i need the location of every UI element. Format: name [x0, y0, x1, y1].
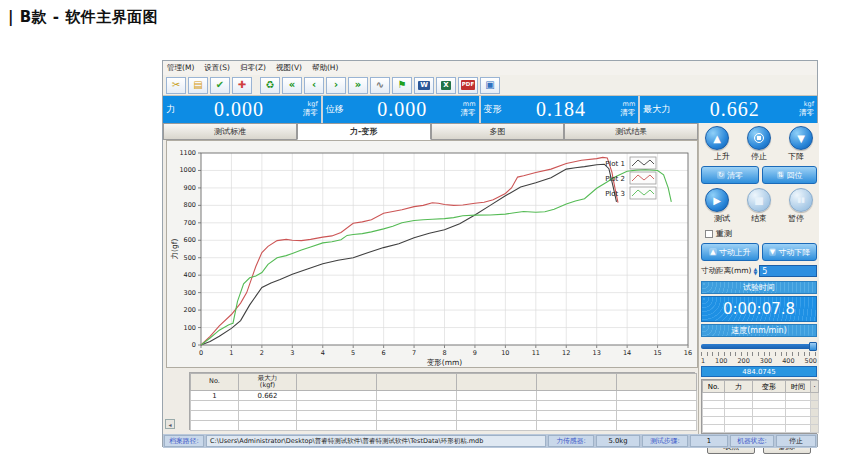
points-scrollbar[interactable]: [811, 401, 819, 409]
points-cell: [703, 417, 725, 425]
sensor-value: 5.0kg: [596, 435, 640, 447]
save-check-icon-button[interactable]: ✔: [210, 77, 230, 94]
speed-scale-tick: 500: [805, 357, 817, 365]
pdf-export-icon: PDF: [461, 80, 475, 90]
clear-zero-button[interactable]: 清零: [461, 109, 476, 118]
test-start-button[interactable]: ▶: [705, 188, 729, 212]
test-pause-button[interactable]: ▮▮: [789, 188, 813, 212]
inch-distance-spinner[interactable]: ▲▼: [753, 267, 757, 275]
inch-up-icon: ▲: [709, 248, 716, 256]
svg-text:900: 900: [184, 184, 196, 192]
curve-icon-button[interactable]: ∿: [370, 77, 390, 94]
points-scrollbar[interactable]: [811, 425, 819, 433]
next-record-icon-button[interactable]: ›: [326, 77, 346, 94]
end-square-icon: ■: [754, 195, 763, 206]
first-record-icon: «: [289, 80, 295, 90]
points-cell: [753, 409, 786, 417]
pause-icon: ▮▮: [797, 196, 805, 204]
clear-button[interactable]: ↻清零: [701, 166, 759, 184]
test-end-button[interactable]: ■: [747, 188, 771, 212]
excel-export-icon-button[interactable]: X: [436, 77, 456, 94]
table-row: [191, 411, 697, 421]
clear-zero-button[interactable]: 清零: [620, 109, 635, 118]
retest-checkbox[interactable]: [705, 230, 713, 238]
results-cell: [191, 411, 239, 421]
points-cell: [703, 393, 725, 401]
recycle-icon: ♻: [266, 80, 275, 90]
results-cell: [537, 421, 617, 431]
readout-unit-clear: mm清零: [620, 101, 635, 117]
menu-item[interactable]: 设置(S): [204, 63, 230, 73]
svg-text:变形(mm): 变形(mm): [427, 358, 463, 367]
readout-value: 0.184: [502, 98, 621, 121]
speed-ruler: [701, 352, 817, 356]
jog-up-button[interactable]: ▲: [705, 126, 729, 150]
step-value: 1: [690, 435, 728, 447]
svg-text:600: 600: [184, 236, 196, 244]
spin-down-icon[interactable]: ▼: [753, 271, 757, 275]
readout-unit-clear: kgf清零: [799, 101, 814, 117]
clear-zero-button[interactable]: 清零: [303, 109, 318, 118]
menu-item[interactable]: 归零(Z): [240, 63, 266, 73]
points-scrollbar[interactable]: ·: [811, 381, 819, 393]
next-record-icon: ›: [334, 80, 338, 90]
return-button[interactable]: ⇅回位: [762, 166, 817, 184]
svg-text:16: 16: [684, 349, 692, 357]
database-icon-button[interactable]: ✚: [232, 77, 252, 94]
force-deformation-chart: 0123456789101112131415160100200300400500…: [167, 141, 697, 367]
results-cell: [617, 391, 697, 401]
jog-down-button[interactable]: ▼: [789, 126, 813, 150]
inch-distance-field[interactable]: 5: [759, 265, 817, 277]
menu-item[interactable]: 管理(M): [167, 63, 194, 73]
word-export-icon-button[interactable]: W: [414, 77, 434, 94]
results-cell: [239, 411, 297, 421]
tab-测试标准[interactable]: 测试标准: [163, 123, 297, 140]
speed-slider[interactable]: [701, 342, 817, 351]
open-folder-icon-button[interactable]: ▤: [188, 77, 208, 94]
points-col-header: 时间: [786, 381, 811, 393]
table-scroll-left-icon[interactable]: ◂: [165, 419, 175, 429]
test-pause-label: 暂停: [781, 213, 811, 224]
points-scrollbar[interactable]: [811, 393, 819, 401]
results-col-header: [457, 374, 537, 391]
svg-text:15: 15: [653, 349, 661, 357]
svg-text:Plot 2: Plot 2: [605, 175, 625, 183]
inch-up-label: 寸动上升: [719, 247, 751, 258]
points-scrollbar[interactable]: [811, 409, 819, 417]
clear-zero-button[interactable]: 清零: [799, 109, 814, 118]
speed-slider-thumb[interactable]: [809, 342, 817, 351]
jog-stop-button[interactable]: [747, 126, 771, 150]
tab-多图[interactable]: 多图: [431, 123, 565, 140]
points-cell: [753, 425, 786, 433]
play-icon: ▶: [713, 195, 721, 206]
points-cell: [703, 425, 725, 433]
results-cell: [191, 421, 239, 431]
prev-record-icon-button[interactable]: ‹: [304, 77, 324, 94]
svg-text:700: 700: [184, 219, 196, 227]
inch-up-button[interactable]: ▲寸动上升: [701, 243, 759, 261]
points-scrollbar[interactable]: [811, 417, 819, 425]
recycle-icon-button[interactable]: ♻: [260, 77, 280, 94]
inch-down-button[interactable]: ▼寸动下降: [762, 243, 817, 261]
clear-button-label: 清零: [727, 170, 743, 181]
tab-力-变形[interactable]: 力-变形: [297, 123, 431, 140]
menu-item[interactable]: 帮助(H): [312, 63, 339, 73]
test-time-display: 0:00:07.8: [701, 296, 817, 322]
first-record-icon-button[interactable]: «: [282, 77, 302, 94]
pdf-export-icon-button[interactable]: PDF: [458, 77, 478, 94]
readout-unit-clear: mm清零: [461, 101, 476, 117]
tab-测试结果[interactable]: 测试结果: [564, 123, 698, 140]
svg-text:1100: 1100: [179, 149, 196, 157]
svg-text:5: 5: [351, 349, 355, 357]
speed-slider-track[interactable]: [701, 344, 811, 349]
last-record-icon-button[interactable]: »: [348, 77, 368, 94]
menu-item[interactable]: 视图(V): [276, 63, 302, 73]
monitor-icon-button[interactable]: ▣: [480, 77, 500, 94]
results-col-header: [297, 374, 377, 391]
results-cell: [297, 421, 377, 431]
cut-icon-button[interactable]: ✂: [166, 77, 186, 94]
return-button-label: 回位: [786, 170, 802, 181]
flag-icon-button[interactable]: ⚑: [392, 77, 412, 94]
jog-up-label: 上升: [707, 151, 737, 162]
menu-bar: 管理(M)设置(S)归零(Z)视图(V)帮助(H): [163, 61, 817, 75]
